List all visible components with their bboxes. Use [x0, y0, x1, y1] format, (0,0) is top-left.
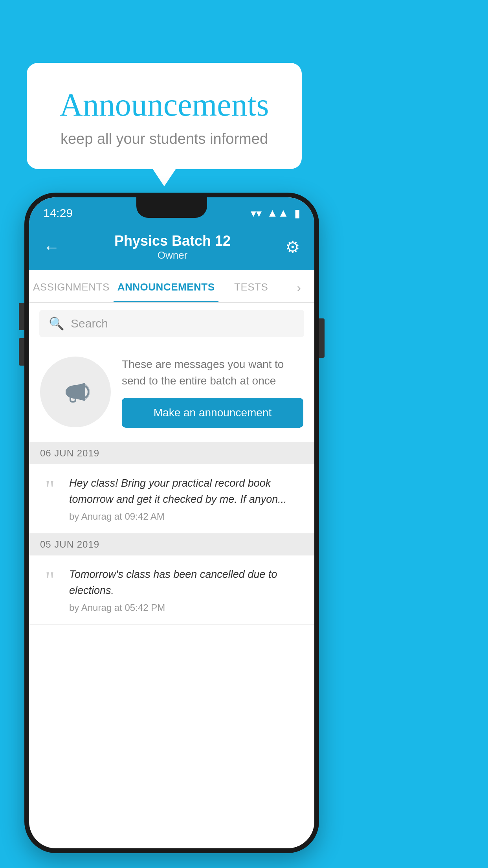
announcement-text-1: Hey class! Bring your practical record b…	[69, 475, 303, 507]
bubble-subtitle: keep all your students informed	[46, 131, 282, 147]
header-title: Physics Batch 12	[114, 233, 231, 249]
app-header: ← Physics Batch 12 Owner ⚙	[29, 226, 314, 270]
quote-icon-2: "	[40, 568, 60, 592]
settings-icon[interactable]: ⚙	[285, 237, 300, 257]
phone-frame: 14:29 ▾▾ ▲▲ ▮ ← Physics Batch 12 Owner ⚙…	[24, 193, 319, 853]
promo-description: These are messages you want to send to t…	[122, 356, 303, 389]
speech-bubble: Announcements keep all your students inf…	[27, 63, 302, 169]
volume-button-up	[19, 303, 24, 330]
announcement-meta-1: by Anurag at 09:42 AM	[69, 511, 303, 522]
power-button	[319, 318, 325, 358]
battery-icon: ▮	[294, 207, 300, 220]
announcement-promo: These are messages you want to send to t…	[29, 344, 314, 442]
volume-button-down	[19, 338, 24, 366]
speech-bubble-section: Announcements keep all your students inf…	[27, 63, 302, 169]
svg-rect-0	[66, 390, 70, 394]
status-time: 14:29	[43, 206, 73, 220]
tabs-bar: ASSIGNMENTS ANNOUNCEMENTS TESTS ›	[29, 270, 314, 303]
phone-notch	[136, 197, 207, 218]
date-separator-2: 05 JUN 2019	[29, 533, 314, 555]
make-announcement-button[interactable]: Make an announcement	[122, 398, 303, 428]
back-button[interactable]: ←	[43, 238, 60, 257]
announcement-content-1: Hey class! Bring your practical record b…	[69, 475, 303, 522]
signal-icon: ▲▲	[267, 207, 289, 219]
header-subtitle: Owner	[114, 249, 231, 261]
date-separator-1: 06 JUN 2019	[29, 442, 314, 464]
announcement-content-2: Tomorrow's class has been cancelled due …	[69, 566, 303, 613]
bubble-title: Announcements	[46, 86, 282, 123]
promo-content: These are messages you want to send to t…	[122, 356, 303, 428]
tab-more[interactable]: ›	[284, 270, 314, 302]
announcement-item-2[interactable]: " Tomorrow's class has been cancelled du…	[29, 555, 314, 625]
megaphone-icon	[58, 374, 93, 410]
announcement-meta-2: by Anurag at 05:42 PM	[69, 602, 303, 613]
tab-announcements[interactable]: ANNOUNCEMENTS	[114, 270, 219, 302]
header-center: Physics Batch 12 Owner	[114, 233, 231, 261]
wifi-icon: ▾▾	[251, 207, 262, 220]
search-input[interactable]: Search	[71, 317, 108, 330]
tab-assignments[interactable]: ASSIGNMENTS	[29, 270, 114, 302]
announcement-item-1[interactable]: " Hey class! Bring your practical record…	[29, 464, 314, 533]
tab-tests[interactable]: TESTS	[218, 270, 283, 302]
status-icons: ▾▾ ▲▲ ▮	[251, 207, 300, 220]
phone-screen: 14:29 ▾▾ ▲▲ ▮ ← Physics Batch 12 Owner ⚙…	[29, 197, 314, 848]
promo-icon-circle	[40, 357, 111, 427]
search-container: 🔍 Search	[29, 303, 314, 344]
announcement-text-2: Tomorrow's class has been cancelled due …	[69, 566, 303, 598]
quote-icon-1: "	[40, 477, 60, 500]
search-icon: 🔍	[49, 316, 64, 331]
search-bar[interactable]: 🔍 Search	[39, 310, 304, 337]
